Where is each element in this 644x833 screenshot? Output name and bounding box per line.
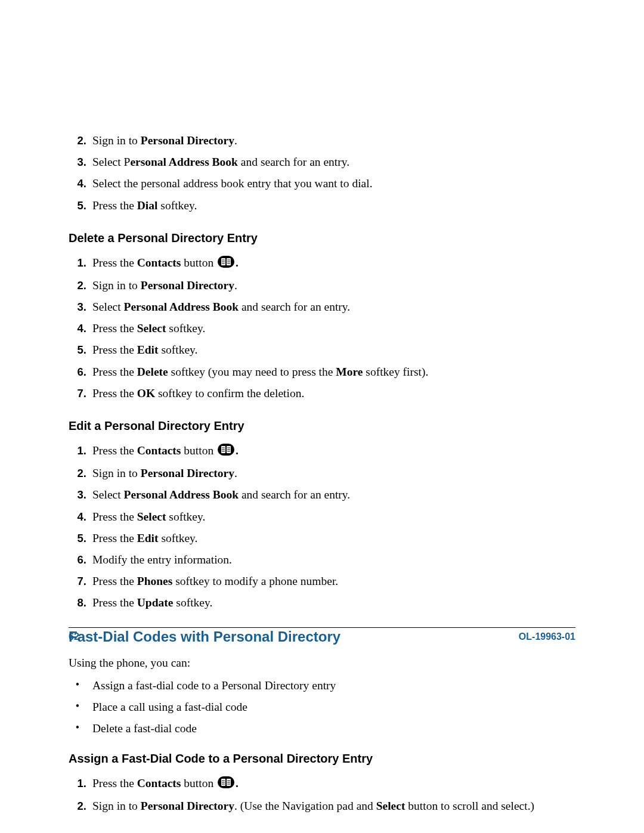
list-item-number: 6. xyxy=(69,363,86,381)
list-item-number: 3. xyxy=(69,298,86,316)
list-item: 5.Press the Edit softkey. xyxy=(69,529,575,547)
list-item-text: Press the Edit softkey. xyxy=(92,529,575,547)
svg-rect-0 xyxy=(218,256,234,268)
list-item: 7.Press the Phones softkey to modify a p… xyxy=(69,572,575,590)
list-item-text: Select the personal address book entry t… xyxy=(92,174,575,193)
list-item-text: Modify the entry information. xyxy=(92,550,575,569)
document-page: 2.Sign in to Personal Directory.3.Select… xyxy=(0,0,644,816)
list-item-text: Press the Edit softkey. xyxy=(92,340,575,359)
contacts-button-icon xyxy=(218,442,234,461)
list-item: 4.Select the personal address book entry… xyxy=(69,174,575,193)
list-item-number: 7. xyxy=(69,385,86,402)
list-item: •Assign a fast-dial code to a Personal D… xyxy=(69,676,575,695)
list-item-number: 3. xyxy=(69,153,86,171)
list-item: 3.Select Personal Address Book and searc… xyxy=(69,298,575,316)
list-item-text: Press the Select softkey. xyxy=(92,507,575,526)
list-item-number: 1. xyxy=(69,442,86,460)
list-item: 2.Sign in to Personal Directory. xyxy=(69,464,575,482)
list-item-number: 4. xyxy=(69,175,86,193)
list-item-text: Delete a fast-dial code xyxy=(92,719,197,738)
list-item: 3.Select Personal Address Book and searc… xyxy=(69,485,575,504)
list-item: 6.Press the Delete softkey (you may need… xyxy=(69,363,575,381)
page-footer: 62 OL-19963-01 xyxy=(69,627,575,642)
list-item: 5.Press the Edit softkey. xyxy=(69,340,575,359)
list-item-number: 5. xyxy=(69,529,86,547)
list-item: 8.Press the Update softkey. xyxy=(69,593,575,612)
list-item: 2.Sign in to Personal Directory. (Use th… xyxy=(69,797,575,815)
list-item: •Delete a fast-dial code xyxy=(69,719,575,738)
list-item: 2.Sign in to Personal Directory. xyxy=(69,276,575,295)
list-item: 4.Press the Select softkey. xyxy=(69,507,575,526)
list-item-text: Press the Contacts button . xyxy=(92,774,575,794)
list-item-text: Assign a fast-dial code to a Personal Di… xyxy=(92,676,336,695)
svg-rect-18 xyxy=(218,776,234,788)
list-item-text: Select Personal Address Book and search … xyxy=(92,485,575,504)
list-item-number: 8. xyxy=(69,594,86,612)
main-intro-paragraph: Using the phone, you can: xyxy=(69,654,575,672)
list-item-number: 2. xyxy=(69,797,86,815)
list-item: 4.Press the Select softkey. xyxy=(69,319,575,337)
list-item-number: 3. xyxy=(69,486,86,504)
list-item-text: Press the Contacts button . xyxy=(92,253,575,273)
contacts-button-icon xyxy=(218,255,234,273)
list-item-text: Press the Contacts button . xyxy=(92,441,575,461)
contacts-button-icon xyxy=(218,775,234,794)
list-item: 5.Press the Dial softkey. xyxy=(69,196,575,215)
list-item: 3.Select Personal Address Book and searc… xyxy=(69,153,575,171)
assign-heading: Assign a Fast-Dial Code to a Personal Di… xyxy=(69,752,575,766)
list-item-number: 5. xyxy=(69,341,86,359)
intro-ordered-list: 2.Sign in to Personal Directory.3.Select… xyxy=(69,131,575,215)
list-item: 6.Modify the entry information. xyxy=(69,550,575,569)
document-id: OL-19963-01 xyxy=(519,631,575,642)
bullet-icon: • xyxy=(69,719,86,738)
list-item-text: Press the Delete softkey (you may need t… xyxy=(92,363,575,381)
list-item-text: Press the Phones softkey to modify a pho… xyxy=(92,572,575,590)
list-item-text: Select Personal Address Book and search … xyxy=(92,153,575,171)
page-number: 62 xyxy=(69,631,79,642)
list-item-number: 1. xyxy=(69,254,86,272)
list-item-text: Sign in to Personal Directory. xyxy=(92,464,575,482)
section-ordered-list: 1.Press the Contacts button .2.Sign in t… xyxy=(69,253,575,402)
svg-rect-9 xyxy=(218,444,234,456)
bullet-list: •Assign a fast-dial code to a Personal D… xyxy=(69,676,575,738)
list-item-text: Press the Dial softkey. xyxy=(92,196,575,215)
sections-container: Delete a Personal Directory Entry1.Press… xyxy=(69,231,575,612)
list-item-text: Place a call using a fast-dial code xyxy=(92,698,247,716)
list-item-number: 4. xyxy=(69,508,86,526)
list-item: 1.Press the Contacts button . xyxy=(69,441,575,461)
list-item-text: Select Personal Address Book and search … xyxy=(92,298,575,316)
list-item: 1.Press the Contacts button . xyxy=(69,774,575,794)
list-item: 2.Sign in to Personal Directory. xyxy=(69,131,575,150)
list-item-text: Press the Select softkey. xyxy=(92,319,575,337)
list-item-text: Sign in to Personal Directory. (Use the … xyxy=(92,797,575,815)
list-item: •Place a call using a fast-dial code xyxy=(69,698,575,716)
list-item-text: Sign in to Personal Directory. xyxy=(92,276,575,295)
list-item: 7.Press the OK softkey to confirm the de… xyxy=(69,384,575,402)
list-item-number: 6. xyxy=(69,551,86,569)
list-item-number: 7. xyxy=(69,572,86,590)
bullet-icon: • xyxy=(69,676,86,695)
list-item-number: 5. xyxy=(69,197,86,215)
list-item-number: 2. xyxy=(69,465,86,482)
list-item-text: Press the OK softkey to confirm the dele… xyxy=(92,384,575,402)
section-subheading: Edit a Personal Directory Entry xyxy=(69,419,575,433)
assign-ordered-list: 1.Press the Contacts button .2.Sign in t… xyxy=(69,774,575,815)
list-item-number: 1. xyxy=(69,775,86,792)
section-ordered-list: 1.Press the Contacts button .2.Sign in t… xyxy=(69,441,575,612)
list-item: 1.Press the Contacts button . xyxy=(69,253,575,273)
list-item-number: 2. xyxy=(69,277,86,295)
list-item-text: Sign in to Personal Directory. xyxy=(92,131,575,150)
list-item-text: Press the Update softkey. xyxy=(92,593,575,612)
list-item-number: 4. xyxy=(69,320,86,337)
list-item-number: 2. xyxy=(69,132,86,150)
bullet-icon: • xyxy=(69,698,86,716)
section-subheading: Delete a Personal Directory Entry xyxy=(69,231,575,245)
